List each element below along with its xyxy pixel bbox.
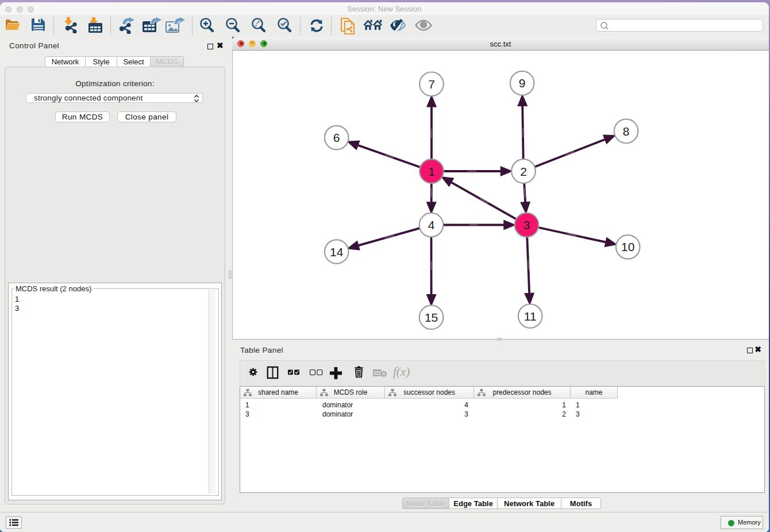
svg-text:2: 2 <box>520 165 527 178</box>
svg-text:6: 6 <box>333 131 340 144</box>
svg-text:7: 7 <box>428 78 435 91</box>
svg-text:3: 3 <box>523 218 530 232</box>
svg-text:9: 9 <box>519 76 526 90</box>
svg-text:11: 11 <box>524 310 537 323</box>
svg-text:8: 8 <box>623 125 630 138</box>
svg-text:1: 1 <box>428 165 435 178</box>
svg-text:10: 10 <box>621 240 634 253</box>
svg-text:15: 15 <box>425 311 438 324</box>
svg-text:4: 4 <box>428 218 435 232</box>
svg-text:14: 14 <box>330 245 344 259</box>
